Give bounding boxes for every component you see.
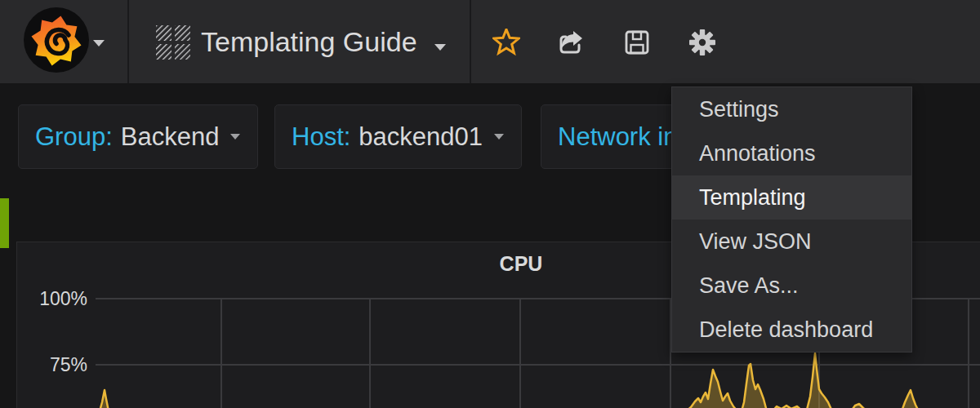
variable-value: backend01 (359, 122, 483, 151)
dashboard-grid-icon (156, 25, 190, 60)
title-dropdown-caret-icon (434, 44, 446, 51)
star-icon (492, 29, 520, 56)
menu-item-save-as[interactable]: Save As... (672, 264, 911, 308)
row-collapse-indicator[interactable] (0, 198, 9, 248)
dashboard-title: Templating Guide (201, 0, 417, 83)
dashboard-settings-button[interactable] (688, 29, 716, 56)
save-icon (623, 29, 651, 56)
variable-label: Group: (35, 122, 113, 151)
share-dashboard-button[interactable] (558, 29, 586, 56)
y-axis-tick-75: 75% (24, 353, 87, 377)
star-dashboard-button[interactable] (492, 29, 520, 56)
grafana-logo-icon (24, 7, 89, 73)
variable-label: Network in (558, 122, 677, 151)
menu-item-settings[interactable]: Settings (672, 87, 911, 131)
gear-icon (688, 29, 716, 56)
menu-item-templating[interactable]: Templating (672, 175, 911, 220)
menu-item-delete-dashboard[interactable]: Delete dashboard (672, 308, 911, 352)
variable-selector-group[interactable]: Group:Backend (18, 104, 258, 169)
variable-selector-host[interactable]: Host:backend01 (274, 104, 522, 169)
save-dashboard-button[interactable] (623, 29, 651, 56)
menu-item-annotations[interactable]: Annotations (672, 131, 911, 175)
chevron-down-icon (494, 134, 504, 140)
grafana-logo-menu[interactable] (0, 0, 129, 83)
variable-value: Backend (121, 122, 220, 151)
variable-label: Host: (292, 122, 350, 151)
share-icon (558, 29, 586, 56)
top-navbar: Templating Guide (0, 0, 980, 83)
dashboard-title-dropdown[interactable]: Templating Guide (131, 0, 471, 83)
dashboard-settings-menu: Settings Annotations Templating View JSO… (671, 86, 912, 353)
chevron-down-icon (230, 134, 240, 140)
logo-dropdown-caret-icon (93, 40, 105, 47)
y-axis-tick-100: 100% (24, 286, 87, 311)
menu-item-view-json[interactable]: View JSON (672, 220, 911, 264)
